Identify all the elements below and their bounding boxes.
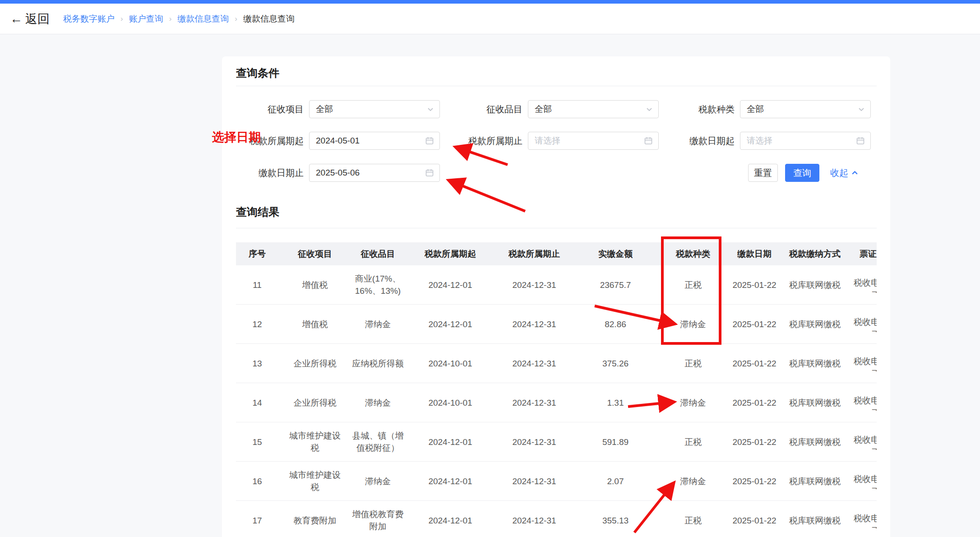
cell-index: 11 — [236, 265, 278, 304]
reset-button[interactable]: 重置 — [748, 164, 778, 182]
cell-period-start: 2024-10-01 — [404, 344, 496, 383]
period-end-datepicker[interactable]: 请选择 — [528, 132, 659, 150]
cell-index: 17 — [236, 501, 278, 537]
breadcrumb-separator: › — [120, 14, 123, 23]
query-conditions-title: 查询条件 — [236, 66, 279, 80]
cell-index: 16 — [236, 462, 278, 500]
col-header-period-start: 税款所属期起 — [404, 242, 496, 265]
breadcrumb-current: 缴款信息查询 — [243, 13, 295, 25]
divider — [236, 86, 877, 86]
back-button[interactable]: ← 返回 — [10, 11, 50, 27]
table-row: 16城市维护建设税滞纳金2024-12-012024-12-312.07滞纳金2… — [236, 462, 877, 501]
chevron-up-icon — [851, 169, 859, 177]
period-start-value: 2024-05-01 — [316, 136, 425, 146]
tax-sub-item-select[interactable]: 全部 — [528, 100, 659, 118]
cell-paid-amount: 355.13 — [572, 501, 659, 537]
cell-tax-type: 正税 — [659, 344, 727, 383]
cell-period-start: 2024-12-01 — [404, 501, 496, 537]
cell-payment-date: 2025-01-22 — [727, 305, 781, 343]
period-end-label: 税款所属期止 — [455, 132, 522, 150]
table-row: 12增值税滞纳金2024-12-012024-12-3182.86滞纳金2025… — [236, 305, 877, 344]
cell-tax-item: 增值税 — [278, 305, 351, 343]
breadcrumb-link-payment-info[interactable]: 缴款信息查询 — [177, 13, 229, 25]
pay-date-end-datepicker[interactable]: 2025-05-06 — [309, 164, 440, 182]
cell-voucher: 税收电子 — [848, 462, 877, 500]
cell-voucher: 税收电子 — [848, 383, 877, 422]
annotation-date-hint: 选择日期 — [212, 129, 261, 145]
cell-tax-item: 城市维护建设税 — [278, 422, 351, 461]
cell-payment-method: 税库联网缴税 — [781, 265, 848, 304]
cell-period-end: 2024-12-31 — [496, 462, 572, 500]
cell-period-start: 2024-10-01 — [404, 383, 496, 422]
cell-paid-amount: 591.89 — [572, 422, 659, 461]
col-header-voucher: 票证 — [848, 242, 877, 265]
cell-period-end: 2024-12-31 — [496, 344, 572, 383]
chevron-down-icon — [646, 106, 653, 113]
chevron-down-icon — [427, 106, 434, 113]
cell-voucher: 税收电子 — [848, 422, 877, 461]
cell-period-start: 2024-12-01 — [404, 305, 496, 343]
cell-payment-method: 税库联网缴税 — [781, 422, 848, 461]
collapse-toggle[interactable]: 收起 — [830, 164, 859, 182]
col-header-paid-amount: 实缴金额 — [572, 242, 659, 265]
cell-paid-amount: 23675.7 — [572, 265, 659, 304]
annotation-highlight-box — [661, 236, 721, 345]
cell-payment-method: 税库联网缴税 — [781, 383, 848, 422]
calendar-icon — [425, 136, 434, 145]
cell-voucher: 税收电子 — [848, 265, 877, 304]
cell-period-end: 2024-12-31 — [496, 383, 572, 422]
col-header-tax-item: 征收项目 — [278, 242, 351, 265]
pay-date-start-datepicker[interactable]: 请选择 — [740, 132, 871, 150]
cell-tax-sub-item: 县城、镇（增值税附征） — [351, 422, 404, 461]
cell-payment-date: 2025-01-22 — [727, 265, 781, 304]
cell-tax-item: 城市维护建设税 — [278, 462, 351, 500]
search-button[interactable]: 查询 — [785, 164, 819, 182]
cell-voucher: 税收电子 — [848, 501, 877, 537]
tax-type-select[interactable]: 全部 — [740, 100, 871, 118]
pay-date-start-placeholder: 请选择 — [747, 135, 856, 147]
app-header: ← 返回 税务数字账户 › 账户查询 › 缴款信息查询 › 缴款信息查询 — [0, 4, 980, 34]
cell-payment-date: 2025-01-22 — [727, 501, 781, 537]
cell-paid-amount: 1.31 — [572, 383, 659, 422]
chevron-down-icon — [858, 106, 865, 113]
cell-index: 15 — [236, 422, 278, 461]
col-header-tax-sub-item: 征收品目 — [351, 242, 404, 265]
table-row: 13企业所得税应纳税所得额2024-10-012024-12-31375.26正… — [236, 344, 877, 383]
cell-payment-date: 2025-01-22 — [727, 422, 781, 461]
cell-tax-type: 正税 — [659, 422, 727, 461]
cell-payment-method: 税库联网缴税 — [781, 305, 848, 343]
breadcrumb-separator: › — [235, 14, 237, 23]
collapse-label: 收起 — [830, 167, 848, 179]
table-row: 11增值税商业(17%、16%、13%)2024-12-012024-12-31… — [236, 265, 877, 305]
cell-period-end: 2024-12-31 — [496, 501, 572, 537]
back-label: 返回 — [25, 11, 50, 27]
cell-period-start: 2024-12-01 — [404, 265, 496, 304]
breadcrumb-link-query[interactable]: 账户查询 — [129, 13, 163, 25]
tax-type-value: 全部 — [747, 103, 858, 115]
breadcrumb-link-account[interactable]: 税务数字账户 — [63, 13, 115, 25]
cell-tax-item: 教育费附加 — [278, 501, 351, 537]
cell-voucher: 税收电子 — [848, 305, 877, 343]
cell-period-end: 2024-12-31 — [496, 422, 572, 461]
tax-type-label: 税款种类 — [667, 100, 735, 118]
cell-tax-sub-item: 滞纳金 — [351, 462, 404, 500]
cell-paid-amount: 82.86 — [572, 305, 659, 343]
cell-voucher: 税收电子 — [848, 344, 877, 383]
cell-tax-item: 增值税 — [278, 265, 351, 304]
tax-item-label: 征收项目 — [236, 100, 304, 118]
pay-date-end-value: 2025-05-06 — [316, 168, 425, 178]
col-header-payment-method: 税款缴纳方式 — [781, 242, 848, 265]
period-start-datepicker[interactable]: 2024-05-01 — [309, 132, 440, 150]
divider — [236, 228, 877, 228]
tax-sub-item-label: 征收品目 — [455, 100, 522, 118]
cell-paid-amount: 375.26 — [572, 344, 659, 383]
cell-payment-method: 税库联网缴税 — [781, 462, 848, 500]
cell-tax-type: 滞纳金 — [659, 383, 727, 422]
tax-item-select[interactable]: 全部 — [309, 100, 440, 118]
cell-tax-sub-item: 滞纳金 — [351, 383, 404, 422]
cell-index: 14 — [236, 383, 278, 422]
table-row: 17教育费附加增值税教育费附加2024-12-012024-12-31355.1… — [236, 501, 877, 537]
calendar-icon — [856, 136, 865, 145]
cell-period-end: 2024-12-31 — [496, 265, 572, 304]
calendar-icon — [425, 168, 434, 177]
